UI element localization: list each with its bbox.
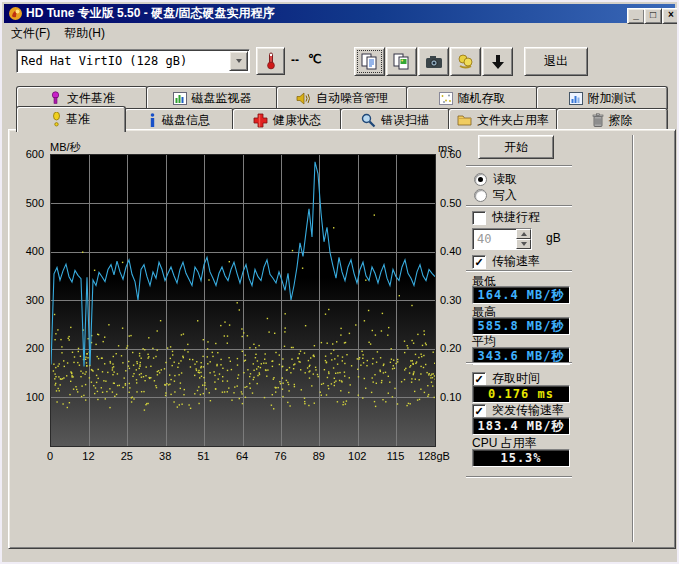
tab-label: 附加测试 (588, 90, 636, 107)
drive-select-value: Red Hat VirtIO (128 gB) (17, 54, 229, 68)
copy-icon (361, 53, 378, 70)
stepper-up-button[interactable] (516, 229, 531, 239)
stepper-arrows[interactable] (516, 229, 531, 249)
menu-help[interactable]: 帮助(H) (57, 23, 112, 44)
tab-noise-management[interactable]: 自动噪音管理 (276, 86, 408, 109)
write-radio[interactable]: 写入 (474, 187, 517, 204)
short-stroke-label: 快捷行程 (492, 209, 540, 226)
axis-tick-label: 0.10 (440, 391, 461, 403)
tab-health[interactable]: 健康状态 (232, 108, 342, 131)
separator (466, 362, 572, 364)
title-bar: HD Tune 专业版 5.50 - 硬盘/固态硬盘实用程序 _ □ × (4, 4, 675, 23)
axis-tick-label: 115 (387, 450, 405, 462)
drive-select-dropdown-button[interactable] (229, 51, 248, 71)
close-icon: × (668, 9, 674, 20)
menu-bar: 文件(F) 帮助(H) (4, 24, 675, 43)
copy-image-button[interactable] (386, 47, 417, 76)
disk-info-icon (148, 113, 157, 127)
separator (466, 270, 572, 272)
tab-label: 自动噪音管理 (316, 90, 388, 107)
tab-label: 随机存取 (458, 90, 506, 107)
tab-random-access[interactable]: 随机存取 (406, 86, 538, 109)
exit-button[interactable]: 退出 (524, 47, 588, 76)
access-time-display: 0.176 ms (472, 385, 570, 403)
axis-tick-label: 0.50 (440, 197, 461, 209)
x-axis-ticks: 012253851647689102115128gB (50, 450, 436, 464)
health-icon (253, 113, 268, 128)
maximize-button[interactable]: □ (644, 8, 662, 24)
close-button[interactable]: × (662, 8, 679, 24)
tab-disk-monitor[interactable]: 磁盘监视器 (146, 86, 278, 109)
axis-tick-label: 64 (236, 450, 248, 462)
axis-tick-label: 0.40 (440, 245, 461, 257)
save-results-button[interactable] (482, 47, 513, 76)
left-axis-ticks: 600500400300200100 (12, 154, 46, 445)
axis-tick-label: 400 (26, 245, 44, 257)
donate-button[interactable] (450, 47, 481, 76)
transfer-rate-label: 传输速率 (492, 253, 540, 270)
tab-extra-tests[interactable]: 附加测试 (536, 86, 668, 109)
tab-label: 擦除 (609, 112, 633, 129)
tab-error-scan[interactable]: 错误扫描 (340, 108, 450, 131)
temperature-button[interactable] (256, 47, 285, 75)
chart-canvas (51, 155, 435, 446)
window-title: HD Tune 专业版 5.50 - 硬盘/固态硬盘实用程序 (26, 5, 274, 22)
tab-folder-usage[interactable]: 文件夹占用率 (448, 108, 558, 131)
stepper-down-button[interactable] (516, 239, 531, 249)
minimize-button[interactable]: _ (627, 8, 645, 24)
axis-tick-label: 600 (26, 148, 44, 160)
radio-selected-icon (474, 173, 487, 186)
arrow-up-icon (521, 232, 527, 236)
menu-file[interactable]: 文件(F) (4, 23, 57, 44)
tab-label: 文件夹占用率 (477, 112, 549, 129)
tab-label: 磁盘监视器 (192, 90, 252, 107)
axis-tick-label: 500 (26, 197, 44, 209)
random-access-icon (439, 92, 453, 105)
exit-button-label: 退出 (544, 53, 568, 70)
copy-button[interactable] (354, 47, 385, 76)
temperature-value: -- (291, 53, 299, 67)
write-radio-label: 写入 (493, 187, 517, 204)
tab-label: 基准 (66, 111, 90, 128)
short-stroke-size-stepper[interactable]: 40 (472, 228, 532, 250)
separator (466, 165, 572, 167)
checkbox-checked-icon: ✓ (472, 255, 486, 269)
axis-tick-label: 102 (348, 450, 366, 462)
checkbox-checked-icon: ✓ (472, 404, 486, 418)
short-stroke-size-value: 40 (473, 232, 516, 246)
benchmark-icon (52, 112, 61, 127)
tab-label: 错误扫描 (381, 112, 429, 129)
tab-benchmark[interactable]: 基准 (16, 106, 126, 132)
separator-vertical (632, 135, 634, 542)
axis-tick-label: 0.20 (440, 342, 461, 354)
tab-disk-info[interactable]: 磁盘信息 (124, 108, 234, 131)
app-icon (8, 6, 23, 21)
read-radio[interactable]: 读取 (474, 171, 517, 188)
screenshot-button[interactable] (418, 47, 449, 76)
read-radio-label: 读取 (493, 171, 517, 188)
axis-tick-label: 200 (26, 342, 44, 354)
axis-tick-label: 0 (47, 450, 53, 462)
radio-icon (474, 189, 487, 202)
checkbox-checked-icon: ✓ (472, 372, 486, 386)
folder-usage-icon (457, 114, 472, 126)
disk-monitor-icon (173, 92, 187, 105)
axis-tick-label: 300 (26, 294, 44, 306)
noise-management-icon (296, 92, 311, 105)
minimize-icon: _ (633, 9, 639, 20)
axis-tick-label: 25 (121, 450, 133, 462)
arrow-down-icon (521, 242, 527, 246)
drive-select[interactable]: Red Hat VirtIO (128 gB) (16, 49, 250, 73)
start-button[interactable]: 开始 (478, 135, 554, 159)
tab-label: 健康状态 (273, 112, 321, 129)
file-benchmark-icon (49, 91, 62, 105)
axis-tick-label: 12 (82, 450, 94, 462)
tab-erase[interactable]: 擦除 (556, 108, 668, 131)
short-stroke-checkbox[interactable]: 快捷行程 (472, 209, 540, 226)
app-window: HD Tune 专业版 5.50 - 硬盘/固态硬盘实用程序 _ □ × 文件(… (0, 0, 679, 564)
transfer-rate-checkbox[interactable]: ✓ 传输速率 (472, 253, 540, 270)
tab-label: 磁盘信息 (162, 112, 210, 129)
camera-icon (425, 55, 443, 69)
start-button-label: 开始 (504, 139, 528, 156)
error-scan-icon (361, 113, 376, 128)
